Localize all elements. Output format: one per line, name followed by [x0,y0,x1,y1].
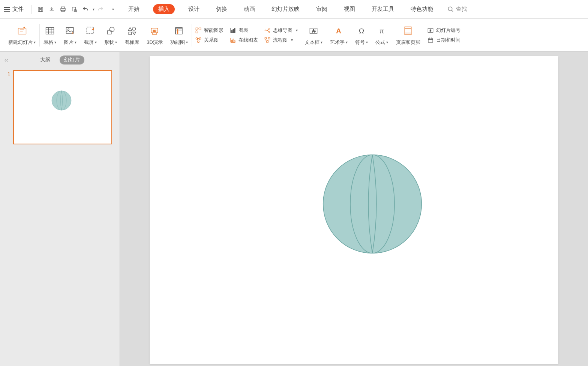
search-label: 查找 [456,6,467,13]
tab-start[interactable]: 开始 [125,4,142,14]
smartart-button[interactable]: 智能图形 [195,27,224,34]
svg-rect-47 [428,38,433,42]
textbox-label: 文本框 [305,39,320,46]
panel-tabs: ‹‹ 大纲 幻灯片 [0,56,120,64]
online-chart-button[interactable]: 在线图表 [230,37,258,44]
search-box[interactable]: 查找 [447,6,467,13]
shape-icon [105,25,117,37]
tab-animation[interactable]: 动画 [241,4,258,14]
table-button[interactable]: 表格▾ [40,19,60,51]
online-chart-icon [230,37,236,44]
textbox-icon: A [308,25,320,37]
svg-rect-4 [62,10,64,12]
shape-button[interactable]: 形状▾ [100,19,121,51]
tab-review[interactable]: 审阅 [313,4,330,14]
symbol-button[interactable]: Ω 符号▾ [351,19,372,51]
wordart-icon: A [333,25,345,37]
print-icon[interactable] [58,4,68,15]
screenshot-button[interactable]: 截屏▾ [80,19,100,51]
svg-rect-19 [176,27,182,34]
equation-icon: π [376,25,388,37]
hamburger-icon[interactable] [4,7,10,12]
slide-thumb-wrap: 1 [0,70,120,144]
svg-point-6 [74,9,76,12]
feature-img-label: 功能图 [170,39,185,46]
online-chart-label: 在线图表 [238,37,258,44]
datetime-icon [427,37,434,44]
slide-number-button[interactable]: # 幻灯片编号 [427,27,460,34]
slide-number-icon: # [427,27,434,34]
wordart-button[interactable]: A 艺术字▾ [326,19,351,51]
symbol-label: 符号 [355,39,365,46]
feature-img-icon [173,25,185,37]
tab-view[interactable]: 视图 [341,4,358,14]
slide-number-label: 幻灯片编号 [436,27,460,34]
svg-rect-22 [199,28,201,30]
svg-point-35 [268,32,270,33]
sphere-shape[interactable] [322,154,423,254]
new-slide-label: 新建幻灯片 [8,39,33,46]
tab-features[interactable]: 特色功能 [408,4,436,14]
print-preview-icon[interactable] [69,4,80,15]
export-icon[interactable] [46,4,57,15]
table-icon [44,25,56,37]
mindmap-button[interactable]: 思维导图▾ [264,27,298,34]
svg-text:Ω: Ω [358,27,364,35]
table-label: 表格 [44,39,53,46]
relation-button[interactable]: 关系图 [195,37,224,44]
equation-button[interactable]: π 公式▾ [372,19,392,51]
flowchart-button[interactable]: 流程图▾ [264,37,298,44]
demo3d-button[interactable]: 3D 3D演示 [143,19,166,51]
svg-rect-10 [66,27,74,33]
header-footer-icon [402,25,414,37]
svg-point-48 [52,91,71,110]
header-footer-button[interactable]: 页眉和页脚 [392,19,424,51]
number-group: # 幻灯片编号 日期和时间 [424,19,464,51]
undo-icon[interactable] [80,4,91,15]
tab-transition[interactable]: 切换 [213,4,230,14]
chart-button[interactable]: 图表 [230,27,258,34]
tab-design[interactable]: 设计 [185,4,202,14]
svg-rect-21 [196,28,198,30]
wordart-label: 艺术字 [330,39,345,46]
image-label: 图片 [64,39,74,46]
file-menu[interactable]: 文件 [12,6,24,13]
svg-rect-44 [405,27,411,34]
sphere-thumb-icon [51,90,72,111]
new-slide-button[interactable]: 新建幻灯片▾ [4,19,39,51]
datetime-label: 日期和时间 [436,37,460,44]
svg-point-11 [68,28,69,30]
undo-dropdown[interactable]: ▾ [93,7,94,11]
svg-rect-28 [233,29,234,33]
image-button[interactable]: 图片▾ [60,19,80,51]
slide-canvas[interactable] [150,56,558,364]
qat-more[interactable]: ▾ [112,7,114,11]
svg-text:A: A [312,28,315,33]
outline-tab[interactable]: 大纲 [36,56,55,64]
tab-developer[interactable]: 开发工具 [369,4,397,14]
svg-text:A: A [336,27,341,35]
svg-rect-9 [46,27,54,34]
svg-rect-0 [38,7,43,12]
map-group: 思维导图▾ 流程图▾ [261,19,301,51]
save-icon[interactable] [35,4,46,15]
svg-rect-38 [266,41,268,42]
textbox-button[interactable]: A 文本框▾ [301,19,326,51]
slide-thumbnail-1[interactable] [13,70,112,144]
relation-icon [195,37,202,44]
collapse-icon[interactable]: ‹‹ [4,57,8,63]
tab-slideshow[interactable]: 幻灯片放映 [268,4,303,14]
icon-lib-button[interactable]: 图标库 [121,19,143,51]
new-slide-icon [16,25,28,37]
datetime-button[interactable]: 日期和时间 [427,37,460,44]
slides-tab[interactable]: 幻灯片 [60,56,84,64]
search-icon [447,6,454,13]
slide-panel: ‹‹ 大纲 幻灯片 1 [0,52,120,366]
smartart-label: 智能图形 [204,27,224,34]
tab-insert[interactable]: 插入 [153,4,175,14]
svg-rect-30 [231,40,232,42]
svg-point-33 [265,30,266,31]
redo-icon[interactable] [95,4,106,15]
svg-point-34 [268,28,270,29]
feature-img-button[interactable]: 功能图▾ [166,19,192,51]
